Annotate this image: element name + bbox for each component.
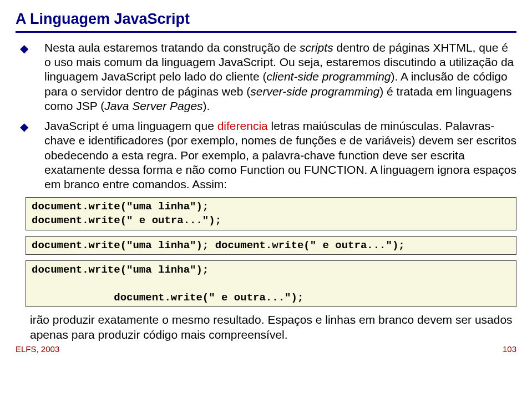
title-rule <box>16 31 516 33</box>
text: ). <box>203 99 210 112</box>
page-title: A Linguagem JavaScript <box>16 10 516 29</box>
emph: Java Server Pages <box>104 99 202 112</box>
closing-text: irão produzir exatamente o mesmo resulta… <box>30 313 516 342</box>
code-block-3: document.write("uma linha"); document.wr… <box>26 260 516 307</box>
footer-left: ELFS, 2003 <box>16 344 59 355</box>
bullet-list: Nesta aula estaremos tratando da constru… <box>30 41 516 192</box>
footer-right: 103 <box>503 344 516 355</box>
code-block-2: document.write("uma linha"); document.wr… <box>26 236 516 255</box>
page-footer: ELFS, 2003 103 <box>16 344 516 355</box>
bullet-item-2: JavaScript é uma linguagem que diferenci… <box>30 119 516 192</box>
emph: server-side programming <box>250 85 379 98</box>
text: Nesta aula estaremos tratando da constru… <box>44 41 300 54</box>
bullet-item-1: Nesta aula estaremos tratando da constru… <box>30 41 516 113</box>
emph: client-side programming <box>266 70 391 83</box>
emph: scripts <box>300 41 333 54</box>
text: JavaScript é uma linguagem que <box>44 119 217 132</box>
code-block-1: document.write("uma linha"); document.wr… <box>26 197 516 230</box>
accent-word: diferencia <box>217 119 268 132</box>
